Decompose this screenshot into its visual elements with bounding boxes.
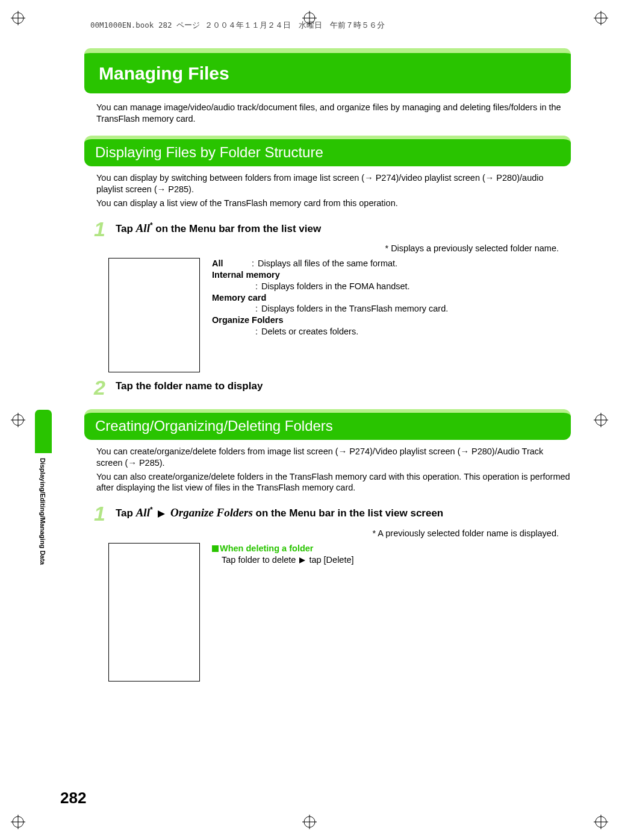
section1-step2: 2 Tap the folder name to display: [94, 378, 571, 397]
crop-mark-icon: [302, 11, 317, 25]
crop-mark-icon: [11, 815, 25, 829]
step-number-1b: 1: [94, 504, 107, 523]
def-desc-org: Delets or creates folders.: [261, 326, 358, 337]
section1-body2: You can display a list view of the Trans…: [96, 198, 571, 209]
delete-note-body: Tap folder to delete tap [Delete]: [212, 554, 571, 566]
step1-details: All:Displays all files of the same forma…: [108, 258, 571, 372]
section2-heading: Creating/Organizing/Deleting Folders: [84, 409, 571, 440]
step-number-2: 2: [94, 378, 107, 397]
arrow-icon: [158, 510, 165, 518]
def-term-all: All: [212, 258, 248, 269]
section2-details: When deleting a folder Tap folder to del…: [108, 543, 571, 682]
page-container: 00M1000EN.book 282 ページ ２００４年１１月２４日 水曜日 午…: [0, 0, 619, 840]
side-tab-label: Displaying/Editing/Managing Data: [35, 453, 51, 569]
book-header: 00M1000EN.book 282 ページ ２００４年１１月２４日 水曜日 午…: [90, 20, 583, 30]
delete-note-heading: When deleting a folder: [212, 543, 571, 554]
def-term-intmem: Internal memory: [212, 270, 280, 280]
section2-body1: You can create/organize/delete folders f…: [96, 446, 571, 469]
screenshot-placeholder-2: [108, 543, 200, 682]
section1-body1: You can display by switching between fol…: [96, 172, 571, 195]
delete-note: When deleting a folder Tap folder to del…: [212, 543, 571, 566]
definition-list: All:Displays all files of the same forma…: [212, 258, 448, 337]
def-desc-memcard: Displays folders in the TransFlash memor…: [261, 303, 448, 315]
step-number-1: 1: [94, 220, 107, 239]
page-number: 282: [60, 788, 86, 809]
square-bullet-icon: [212, 545, 219, 552]
section2-step1: 1 Tap All* Organize Folders on the Menu …: [94, 504, 571, 523]
screenshot-placeholder: [108, 258, 200, 372]
section1-step1: 1 Tap All* on the Menu bar from the list…: [94, 220, 571, 239]
crop-mark-icon: [11, 413, 25, 427]
arrow-icon: [299, 557, 305, 563]
crop-mark-icon: [302, 815, 317, 829]
section1-heading: Displaying Files by Folder Structure: [84, 136, 571, 166]
side-tab-cap-icon: [35, 410, 52, 453]
main-title: Managing Files: [84, 48, 571, 93]
step1-footnote: * Displays a previously selected folder …: [84, 243, 559, 254]
def-term-org: Organize Folders: [212, 315, 283, 325]
section2-body2: You can also create/organize/delete fold…: [96, 471, 571, 494]
crop-mark-icon: [594, 11, 608, 25]
def-term-memcard: Memory card: [212, 293, 266, 302]
section2-step1-text: Tap All* Organize Folders on the Menu ba…: [116, 504, 443, 521]
crop-mark-icon: [594, 413, 608, 427]
intro-text: You can manage image/video/audio track/d…: [96, 102, 571, 125]
side-tab: Displaying/Editing/Managing Data: [35, 410, 52, 568]
step1-text: Tap All* on the Menu bar from the list v…: [116, 220, 321, 236]
def-desc-all: Displays all files of the same format.: [258, 258, 397, 269]
crop-mark-icon: [11, 11, 25, 25]
crop-mark-icon: [594, 815, 608, 829]
def-desc-intmem: Displays folders in the FOMA handset.: [261, 281, 410, 292]
section2-step1-footnote: * A previously selected folder name is d…: [84, 528, 559, 539]
step2-text: Tap the folder name to display: [116, 378, 263, 393]
